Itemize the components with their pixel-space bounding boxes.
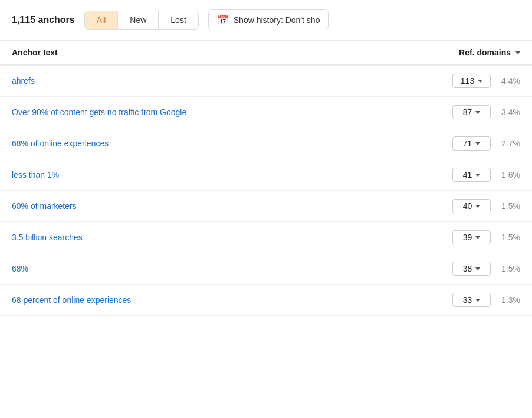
ref-percent: 2.7% [498, 139, 520, 148]
anchor-link[interactable]: 68% [12, 264, 28, 273]
ref-percent: 1.6% [498, 170, 520, 179]
table-row: 60% of marketers401.5% [0, 191, 532, 222]
ref-percent: 3.4% [498, 107, 520, 117]
ref-domain-cell: 391.5% [444, 230, 520, 244]
ref-count-badge[interactable]: 33 [452, 293, 491, 307]
ref-count-badge[interactable]: 113 [452, 74, 491, 88]
table-row: 68% of online experiences712.7% [0, 128, 532, 159]
chevron-down-icon [475, 299, 480, 302]
ref-count-value: 71 [463, 139, 472, 148]
chevron-down-icon [475, 142, 480, 145]
ref-domain-cell: 873.4% [444, 105, 520, 119]
ref-count-badge[interactable]: 38 [452, 262, 491, 276]
show-history-button[interactable]: 📅 Show history: Don't sho [208, 9, 329, 30]
sort-arrow-icon [515, 51, 520, 54]
anchor-link[interactable]: less than 1% [12, 170, 59, 179]
tab-new[interactable]: New [118, 11, 159, 29]
ref-count-badge[interactable]: 71 [452, 136, 491, 151]
ref-count-badge[interactable]: 40 [452, 199, 491, 213]
ref-count-value: 40 [463, 201, 472, 211]
table-row: ahrefs1134.4% [0, 66, 532, 97]
chevron-down-icon [475, 267, 480, 270]
anchor-link[interactable]: 68 percent of online experiences [12, 295, 131, 305]
calendar-icon: 📅 [217, 14, 229, 25]
history-button-label: Show history: Don't sho [234, 15, 320, 25]
ref-count-value: 33 [463, 295, 472, 305]
anchor-link[interactable]: Over 90% of content gets no traffic from… [12, 107, 186, 117]
ref-domain-cell: 1134.4% [444, 74, 520, 88]
chevron-down-icon [475, 205, 480, 208]
table-row: 68%381.5% [0, 253, 532, 285]
chevron-down-icon [478, 80, 482, 83]
ref-domain-cell: 712.7% [444, 136, 520, 151]
anchor-link[interactable]: 68% of online experiences [12, 139, 109, 148]
ref-percent: 1.5% [498, 264, 520, 273]
ref-count-value: 113 [461, 76, 474, 86]
anchor-link[interactable]: 60% of marketers [12, 201, 77, 211]
table-header: Anchor text Ref. domains [0, 41, 532, 66]
anchor-link[interactable]: ahrefs [12, 76, 35, 86]
tab-lost[interactable]: Lost [159, 11, 198, 29]
table-row: Over 90% of content gets no traffic from… [0, 97, 532, 128]
ref-count-value: 87 [463, 107, 472, 117]
chevron-down-icon [475, 236, 480, 239]
table-row: 68 percent of online experiences331.3% [0, 285, 532, 316]
ref-percent: 4.4% [498, 76, 520, 86]
chevron-down-icon [475, 174, 480, 177]
table-body: ahrefs1134.4%Over 90% of content gets no… [0, 66, 532, 316]
ref-count-value: 39 [463, 233, 472, 242]
chevron-down-icon [475, 111, 480, 114]
page-header: 1,115 anchors All New Lost 📅 Show histor… [0, 0, 532, 41]
ref-domain-cell: 401.5% [444, 199, 520, 213]
ref-count-value: 38 [463, 264, 472, 273]
ref-count-badge[interactable]: 41 [452, 168, 491, 182]
ref-domain-cell: 381.5% [444, 262, 520, 276]
anchors-table: Anchor text Ref. domains ahrefs1134.4%Ov… [0, 41, 532, 316]
ref-percent: 1.5% [498, 201, 520, 211]
ref-count-badge[interactable]: 39 [452, 230, 491, 244]
anchor-link[interactable]: 3.5 billion searches [12, 233, 83, 242]
ref-domain-cell: 331.3% [444, 293, 520, 307]
col-refdomains-header: Ref. domains [459, 48, 520, 57]
col-anchor-header: Anchor text [12, 48, 58, 57]
filter-tabs: All New Lost [84, 11, 199, 30]
table-row: 3.5 billion searches391.5% [0, 222, 532, 253]
ref-count-badge[interactable]: 87 [452, 105, 491, 119]
ref-percent: 1.3% [498, 295, 520, 305]
ref-domain-cell: 411.6% [444, 168, 520, 182]
ref-count-value: 41 [463, 170, 472, 179]
tab-all[interactable]: All [85, 11, 119, 29]
ref-percent: 1.5% [498, 233, 520, 242]
anchors-count: 1,115 anchors [12, 15, 75, 25]
table-row: less than 1%411.6% [0, 159, 532, 191]
